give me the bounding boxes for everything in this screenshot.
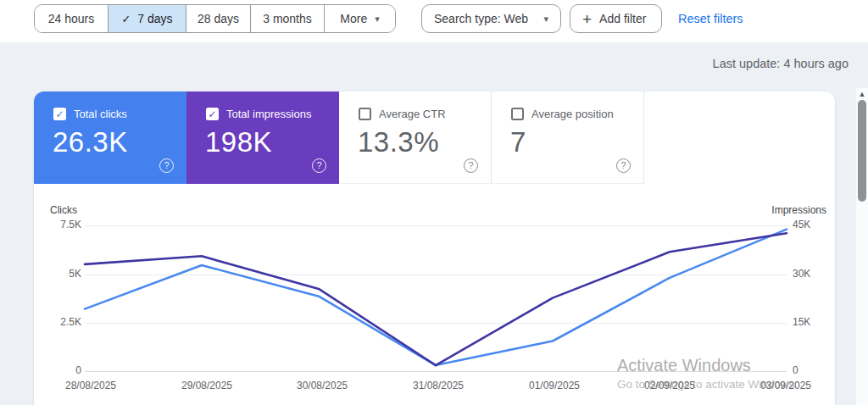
metric-card-average-position[interactable]: Average position 7 ?: [492, 92, 644, 184]
right-axis-tick: 30K: [793, 268, 810, 280]
gridline-zero: [85, 371, 787, 372]
check-icon: ✓: [55, 109, 64, 119]
checkbox-total-clicks[interactable]: ✓: [53, 108, 66, 120]
metric-card-total-clicks[interactable]: ✓ Total clicks 26.3K ?: [34, 92, 186, 184]
performance-card: ✓ Total clicks 26.3K ? ✓ Total impressio…: [34, 92, 835, 405]
left-axis-title: Clicks: [50, 204, 77, 216]
date-range-label: 7 days: [137, 12, 172, 25]
metric-value: 26.3K: [53, 126, 128, 158]
checkbox-total-impressions[interactable]: ✓: [206, 108, 219, 120]
last-update-text: Last update: 4 hours ago: [713, 57, 849, 70]
x-axis-date: 01/09/2025: [514, 380, 595, 391]
metric-label: Average position: [531, 108, 614, 120]
date-range-label: 3 months: [263, 12, 312, 25]
metric-label: Total clicks: [74, 108, 127, 120]
check-icon: ✓: [121, 13, 131, 25]
metric-label: Total impressions: [226, 108, 311, 120]
right-axis-title: Impressions: [771, 204, 826, 216]
left-axis-tick: 5K: [34, 268, 81, 280]
search-type-label: Search type: Web: [434, 12, 528, 25]
date-range-7-days[interactable]: ✓ 7 days: [108, 5, 186, 32]
date-range-24-hours[interactable]: 24 hours: [35, 5, 108, 32]
scrollbar-thumb[interactable]: [858, 100, 866, 202]
add-filter-button[interactable]: + Add filter: [570, 4, 662, 33]
reset-filters-link[interactable]: Reset filters: [678, 4, 743, 33]
gridline: [85, 225, 787, 226]
plus-icon: +: [582, 11, 592, 27]
help-icon[interactable]: ?: [464, 158, 478, 173]
metric-value: 198K: [205, 126, 272, 158]
right-axis-tick: 45K: [793, 219, 810, 230]
filter-bar: 24 hours ✓ 7 days 28 days 3 months More …: [0, 0, 868, 42]
x-axis-date: 30/08/2025: [281, 380, 363, 391]
date-range-label: 28 days: [198, 12, 239, 25]
help-icon[interactable]: ?: [312, 158, 326, 173]
date-range-3-months[interactable]: 3 months: [250, 5, 324, 32]
gridline: [85, 323, 787, 324]
line-clicks: [85, 230, 787, 366]
metric-card-total-impressions[interactable]: ✓ Total impressions 198K ?: [186, 92, 339, 184]
gridline: [85, 275, 787, 275]
x-axis-date: 02/09/2025: [629, 380, 710, 391]
checkbox-average-position[interactable]: [511, 108, 524, 120]
left-axis-tick: 2.5K: [34, 316, 81, 328]
metric-cards: ✓ Total clicks 26.3K ? ✓ Total impressio…: [34, 92, 644, 184]
search-type-dropdown[interactable]: Search type: Web ▾: [421, 4, 561, 33]
help-icon[interactable]: ?: [616, 158, 631, 173]
date-range-28-days[interactable]: 28 days: [186, 5, 250, 32]
x-axis-date: 29/08/2025: [166, 380, 248, 391]
date-range-label: 24 hours: [48, 12, 94, 25]
checkbox-average-ctr[interactable]: [359, 108, 371, 120]
x-axis-date: 03/09/2025: [745, 380, 826, 391]
metric-card-average-ctr[interactable]: Average CTR 13.3% ?: [339, 92, 492, 184]
vertical-scrollbar[interactable]: ▲: [856, 88, 868, 405]
date-range-label: More: [340, 12, 367, 25]
chevron-down-icon: ▾: [375, 14, 380, 25]
date-range-more-dropdown[interactable]: More ▾: [324, 5, 395, 32]
x-axis-date: 31/08/2025: [398, 380, 479, 391]
chevron-down-icon: ▾: [543, 14, 548, 25]
right-axis-tick: 15K: [793, 316, 810, 328]
scroll-up-icon[interactable]: ▲: [856, 89, 868, 99]
date-range-selector: 24 hours ✓ 7 days 28 days 3 months More …: [34, 4, 396, 33]
x-axis-date: 28/08/2025: [50, 380, 131, 391]
metric-value: 7: [510, 126, 526, 158]
line-impressions: [85, 233, 787, 365]
metric-label: Average CTR: [379, 108, 446, 120]
add-filter-label: Add filter: [599, 12, 646, 25]
right-axis-tick: 0: [793, 364, 798, 376]
left-axis-tick: 7.5K: [34, 219, 81, 230]
help-icon[interactable]: ?: [159, 158, 174, 173]
metric-value: 13.3%: [358, 126, 439, 158]
check-icon: ✓: [208, 109, 216, 119]
left-axis-tick: 0: [34, 364, 81, 376]
